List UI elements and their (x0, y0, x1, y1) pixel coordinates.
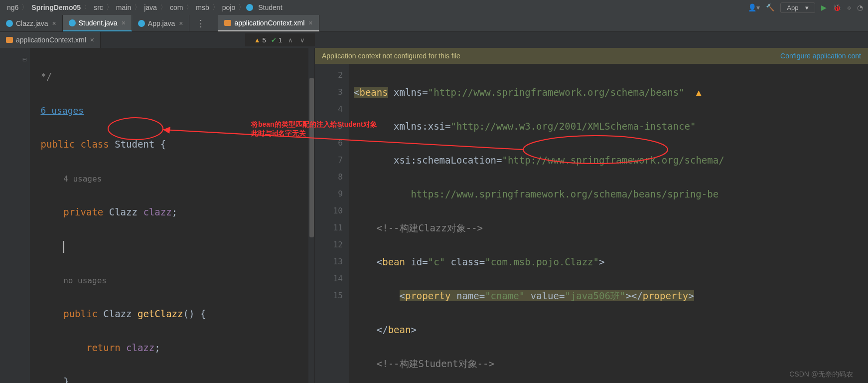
fold-icon[interactable]: ⊟ (22, 51, 26, 68)
tab-label: Student.java (79, 19, 118, 27)
gutter-right: 2 3 4 5 6 7 8 9 10 11 12 13 14 15 (315, 64, 349, 383)
breadcrumb-bar: ng6〉 SpringDemo05〉 src〉 main〉 java〉 com〉… (0, 0, 868, 15)
bc-0[interactable]: ng6 (5, 3, 20, 11)
check-count: 1 (279, 36, 282, 44)
coverage-icon[interactable]: ⟐ (847, 3, 851, 11)
tab-app[interactable]: App.java × (132, 15, 190, 31)
user-icon[interactable]: 👤▾ (748, 3, 760, 11)
xml-comment: <!--构建Clazz对象--> (377, 222, 483, 233)
scroll-thumb[interactable] (309, 78, 314, 237)
bc-3[interactable]: main (114, 3, 133, 11)
class-icon (246, 4, 253, 11)
tab-label: App.java (148, 19, 175, 27)
xml-icon (6, 37, 13, 43)
secondary-tabs: applicationContext.xml × ▲5 ✔1 ∧ ∨ (0, 32, 868, 48)
next-highlight[interactable]: ∨ (299, 36, 306, 44)
tab-label: applicationContext.xml (16, 36, 86, 44)
watermark: CSDN @无奈的码农 (789, 370, 853, 379)
scrollbar-left[interactable] (308, 48, 314, 383)
code-area-left[interactable]: */ 6 usages public class Student { 4 usa… (30, 48, 314, 383)
close-icon[interactable]: × (308, 19, 312, 27)
editor-tabs-left: Clazz.java × Student.java × App.java × ⋮… (0, 15, 868, 32)
notice-bar: Application context not configured for t… (315, 48, 868, 64)
xml-icon (224, 20, 231, 26)
gutter-left: ⊟ (0, 48, 30, 383)
comment: */ (40, 71, 52, 82)
usages-link[interactable]: 6 usages (40, 105, 84, 116)
run-icon[interactable]: ▶ (821, 3, 827, 11)
bc-4[interactable]: java (142, 3, 159, 11)
tab-appcontext[interactable]: applicationContext.xml × (218, 15, 319, 31)
text-caret (63, 241, 64, 253)
bc-6[interactable]: msb (194, 3, 211, 11)
debug-icon[interactable]: 🐞 (833, 3, 841, 11)
tab-label: applicationContext.xml (234, 19, 304, 27)
usages-hint[interactable]: no usages (63, 276, 107, 285)
editor-left: ⊟ */ 6 usages public class Student { 4 u… (0, 48, 315, 383)
usages-hint[interactable]: 4 usages (63, 174, 102, 184)
warning-icon: ▲ (254, 36, 261, 44)
check-icon: ✔ (271, 36, 277, 44)
hammer-icon[interactable]: 🔨 (766, 3, 774, 11)
close-icon[interactable]: × (52, 19, 56, 27)
tabs-more-icon[interactable]: ⋮ (189, 18, 212, 28)
java-icon (69, 19, 76, 26)
editor-right: Application context not configured for t… (315, 48, 868, 383)
warn-count: 5 (263, 36, 266, 44)
inspection-status: ▲5 ✔1 ∧ ∨ (245, 33, 315, 46)
chevron-down-icon: ▾ (805, 4, 809, 11)
close-icon[interactable]: × (179, 19, 183, 27)
bc-1[interactable]: SpringDemo05 (29, 3, 83, 11)
notice-text: Application context not configured for t… (322, 52, 460, 60)
bc-7[interactable]: pojo (220, 3, 237, 11)
tab-student[interactable]: Student.java × (63, 15, 132, 31)
xml-comment: <!--构建Student对象--> (377, 358, 494, 369)
profile-icon[interactable]: ◔ (857, 3, 863, 11)
configure-link[interactable]: Configure application cont (780, 52, 861, 60)
xml-editor[interactable]: 2 3 4 5 6 7 8 9 10 11 12 13 14 15 <beans… (315, 64, 868, 383)
prev-highlight[interactable]: ∧ (287, 36, 294, 44)
tab-label: Clazz.java (16, 19, 48, 27)
close-icon[interactable]: × (122, 19, 126, 27)
run-config-name: App (787, 4, 798, 11)
run-config-select[interactable]: App ▾ (780, 2, 815, 13)
java-icon (138, 20, 145, 27)
code-area-right[interactable]: <beans xmlns="http://www.springframework… (349, 64, 868, 383)
bc-8[interactable]: Student (256, 3, 284, 11)
bc-2[interactable]: src (92, 3, 105, 11)
java-editor[interactable]: ⊟ */ 6 usages public class Student { 4 u… (0, 48, 314, 383)
bc-5[interactable]: com (168, 3, 185, 11)
java-icon (6, 20, 13, 27)
close-icon[interactable]: × (90, 36, 94, 44)
tab-clazz[interactable]: Clazz.java × (0, 15, 63, 31)
tab-appcontext-secondary[interactable]: applicationContext.xml × (0, 32, 101, 48)
bc-sep: 〉 (20, 3, 29, 12)
warning-icon: ▲ (696, 87, 701, 98)
